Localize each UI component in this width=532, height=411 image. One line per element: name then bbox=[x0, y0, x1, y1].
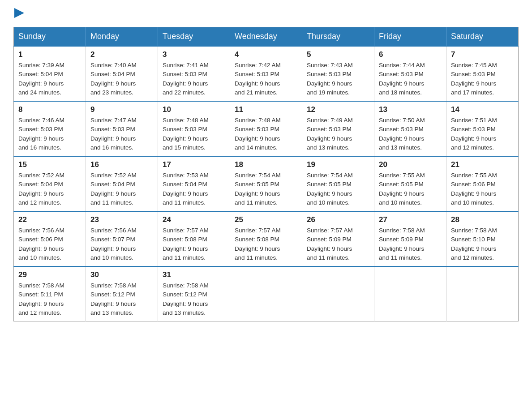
calendar-cell bbox=[230, 266, 302, 321]
day-number: 12 bbox=[307, 105, 369, 114]
day-info: Sunrise: 7:58 AMSunset: 5:09 PMDaylight:… bbox=[379, 227, 425, 261]
day-info: Sunrise: 7:47 AMSunset: 5:03 PMDaylight:… bbox=[90, 117, 137, 151]
day-number: 18 bbox=[235, 160, 297, 169]
day-info: Sunrise: 7:54 AMSunset: 5:05 PMDaylight:… bbox=[307, 172, 353, 206]
logo-triangle-icon bbox=[14, 8, 24, 18]
calendar-header: SundayMondayTuesdayWednesdayThursdayFrid… bbox=[14, 27, 519, 47]
day-number: 24 bbox=[163, 215, 225, 224]
header-sunday: Sunday bbox=[14, 27, 86, 47]
day-number: 25 bbox=[235, 215, 297, 224]
day-info: Sunrise: 7:52 AMSunset: 5:04 PMDaylight:… bbox=[90, 172, 137, 206]
day-info: Sunrise: 7:42 AMSunset: 5:03 PMDaylight:… bbox=[235, 62, 281, 96]
header-tuesday: Tuesday bbox=[158, 27, 230, 47]
day-number: 29 bbox=[18, 270, 81, 279]
day-number: 9 bbox=[90, 105, 153, 114]
calendar-cell: 2 Sunrise: 7:40 AMSunset: 5:04 PMDayligh… bbox=[86, 46, 158, 101]
calendar-cell: 26 Sunrise: 7:57 AMSunset: 5:09 PMDaylig… bbox=[302, 211, 374, 266]
day-number: 1 bbox=[18, 50, 81, 59]
day-number: 11 bbox=[235, 105, 297, 114]
day-info: Sunrise: 7:44 AMSunset: 5:03 PMDaylight:… bbox=[379, 62, 425, 96]
day-number: 16 bbox=[90, 160, 153, 169]
header-saturday: Saturday bbox=[446, 27, 519, 47]
calendar-week-5: 29 Sunrise: 7:58 AMSunset: 5:11 PMDaylig… bbox=[14, 266, 519, 321]
calendar-cell: 17 Sunrise: 7:53 AMSunset: 5:04 PMDaylig… bbox=[158, 156, 230, 211]
calendar-cell: 23 Sunrise: 7:56 AMSunset: 5:07 PMDaylig… bbox=[86, 211, 158, 266]
header-friday: Friday bbox=[374, 27, 446, 47]
day-number: 31 bbox=[163, 270, 225, 279]
day-number: 5 bbox=[307, 50, 369, 59]
day-info: Sunrise: 7:39 AMSunset: 5:04 PMDaylight:… bbox=[18, 62, 64, 96]
day-number: 13 bbox=[379, 105, 442, 114]
day-info: Sunrise: 7:55 AMSunset: 5:06 PMDaylight:… bbox=[451, 172, 497, 206]
day-number: 19 bbox=[307, 160, 369, 169]
day-number: 15 bbox=[18, 160, 81, 169]
logo-top bbox=[13, 9, 24, 18]
day-number: 4 bbox=[235, 50, 297, 59]
day-number: 7 bbox=[451, 50, 514, 59]
day-info: Sunrise: 7:46 AMSunset: 5:03 PMDaylight:… bbox=[18, 117, 64, 151]
calendar-cell: 21 Sunrise: 7:55 AMSunset: 5:06 PMDaylig… bbox=[446, 156, 519, 211]
svg-marker-0 bbox=[14, 8, 24, 18]
calendar-cell: 6 Sunrise: 7:44 AMSunset: 5:03 PMDayligh… bbox=[374, 46, 446, 101]
day-info: Sunrise: 7:50 AMSunset: 5:03 PMDaylight:… bbox=[379, 117, 425, 151]
day-info: Sunrise: 7:48 AMSunset: 5:03 PMDaylight:… bbox=[235, 117, 281, 151]
calendar-table: SundayMondayTuesdayWednesdayThursdayFrid… bbox=[13, 27, 519, 321]
day-info: Sunrise: 7:52 AMSunset: 5:04 PMDaylight:… bbox=[18, 172, 64, 206]
day-number: 10 bbox=[163, 105, 225, 114]
day-info: Sunrise: 7:49 AMSunset: 5:03 PMDaylight:… bbox=[307, 117, 353, 151]
day-number: 17 bbox=[163, 160, 225, 169]
calendar-cell: 4 Sunrise: 7:42 AMSunset: 5:03 PMDayligh… bbox=[230, 46, 302, 101]
page-header bbox=[13, 9, 519, 18]
calendar-cell: 13 Sunrise: 7:50 AMSunset: 5:03 PMDaylig… bbox=[374, 101, 446, 156]
calendar-cell: 20 Sunrise: 7:55 AMSunset: 5:05 PMDaylig… bbox=[374, 156, 446, 211]
day-number: 30 bbox=[90, 270, 153, 279]
calendar-cell: 31 Sunrise: 7:58 AMSunset: 5:12 PMDaylig… bbox=[158, 266, 230, 321]
calendar-cell: 27 Sunrise: 7:58 AMSunset: 5:09 PMDaylig… bbox=[374, 211, 446, 266]
day-info: Sunrise: 7:40 AMSunset: 5:04 PMDaylight:… bbox=[90, 62, 137, 96]
calendar-cell: 12 Sunrise: 7:49 AMSunset: 5:03 PMDaylig… bbox=[302, 101, 374, 156]
day-info: Sunrise: 7:45 AMSunset: 5:03 PMDaylight:… bbox=[451, 62, 497, 96]
calendar-cell: 9 Sunrise: 7:47 AMSunset: 5:03 PMDayligh… bbox=[86, 101, 158, 156]
day-number: 23 bbox=[90, 215, 153, 224]
day-info: Sunrise: 7:41 AMSunset: 5:03 PMDaylight:… bbox=[163, 62, 209, 96]
day-info: Sunrise: 7:57 AMSunset: 5:08 PMDaylight:… bbox=[163, 227, 209, 261]
calendar-cell: 24 Sunrise: 7:57 AMSunset: 5:08 PMDaylig… bbox=[158, 211, 230, 266]
day-info: Sunrise: 7:57 AMSunset: 5:09 PMDaylight:… bbox=[307, 227, 353, 261]
calendar-cell: 11 Sunrise: 7:48 AMSunset: 5:03 PMDaylig… bbox=[230, 101, 302, 156]
calendar-cell: 29 Sunrise: 7:58 AMSunset: 5:11 PMDaylig… bbox=[14, 266, 86, 321]
day-number: 2 bbox=[90, 50, 153, 59]
calendar-cell: 3 Sunrise: 7:41 AMSunset: 5:03 PMDayligh… bbox=[158, 46, 230, 101]
calendar-cell: 22 Sunrise: 7:56 AMSunset: 5:06 PMDaylig… bbox=[14, 211, 86, 266]
day-number: 22 bbox=[18, 215, 81, 224]
day-number: 3 bbox=[163, 50, 225, 59]
calendar-cell: 15 Sunrise: 7:52 AMSunset: 5:04 PMDaylig… bbox=[14, 156, 86, 211]
day-info: Sunrise: 7:58 AMSunset: 5:12 PMDaylight:… bbox=[163, 282, 209, 316]
calendar-cell: 16 Sunrise: 7:52 AMSunset: 5:04 PMDaylig… bbox=[86, 156, 158, 211]
day-number: 26 bbox=[307, 215, 369, 224]
calendar-cell: 5 Sunrise: 7:43 AMSunset: 5:03 PMDayligh… bbox=[302, 46, 374, 101]
calendar-cell: 25 Sunrise: 7:57 AMSunset: 5:08 PMDaylig… bbox=[230, 211, 302, 266]
day-number: 6 bbox=[379, 50, 442, 59]
day-info: Sunrise: 7:54 AMSunset: 5:05 PMDaylight:… bbox=[235, 172, 281, 206]
header-wednesday: Wednesday bbox=[230, 27, 302, 47]
logo bbox=[13, 9, 24, 18]
calendar-cell bbox=[302, 266, 374, 321]
day-info: Sunrise: 7:57 AMSunset: 5:08 PMDaylight:… bbox=[235, 227, 281, 261]
calendar-week-3: 15 Sunrise: 7:52 AMSunset: 5:04 PMDaylig… bbox=[14, 156, 519, 211]
calendar-week-4: 22 Sunrise: 7:56 AMSunset: 5:06 PMDaylig… bbox=[14, 211, 519, 266]
calendar-cell bbox=[374, 266, 446, 321]
day-info: Sunrise: 7:48 AMSunset: 5:03 PMDaylight:… bbox=[163, 117, 209, 151]
calendar-cell: 1 Sunrise: 7:39 AMSunset: 5:04 PMDayligh… bbox=[14, 46, 86, 101]
day-number: 27 bbox=[379, 215, 442, 224]
calendar-week-1: 1 Sunrise: 7:39 AMSunset: 5:04 PMDayligh… bbox=[14, 46, 519, 101]
calendar-cell: 28 Sunrise: 7:58 AMSunset: 5:10 PMDaylig… bbox=[446, 211, 519, 266]
day-info: Sunrise: 7:58 AMSunset: 5:11 PMDaylight:… bbox=[18, 282, 64, 316]
calendar-header-row: SundayMondayTuesdayWednesdayThursdayFrid… bbox=[14, 27, 519, 47]
day-number: 20 bbox=[379, 160, 442, 169]
day-info: Sunrise: 7:55 AMSunset: 5:05 PMDaylight:… bbox=[379, 172, 425, 206]
day-number: 21 bbox=[451, 160, 514, 169]
calendar-body: 1 Sunrise: 7:39 AMSunset: 5:04 PMDayligh… bbox=[14, 46, 519, 321]
day-info: Sunrise: 7:51 AMSunset: 5:03 PMDaylight:… bbox=[451, 117, 497, 151]
calendar-cell: 7 Sunrise: 7:45 AMSunset: 5:03 PMDayligh… bbox=[446, 46, 519, 101]
calendar-cell: 19 Sunrise: 7:54 AMSunset: 5:05 PMDaylig… bbox=[302, 156, 374, 211]
